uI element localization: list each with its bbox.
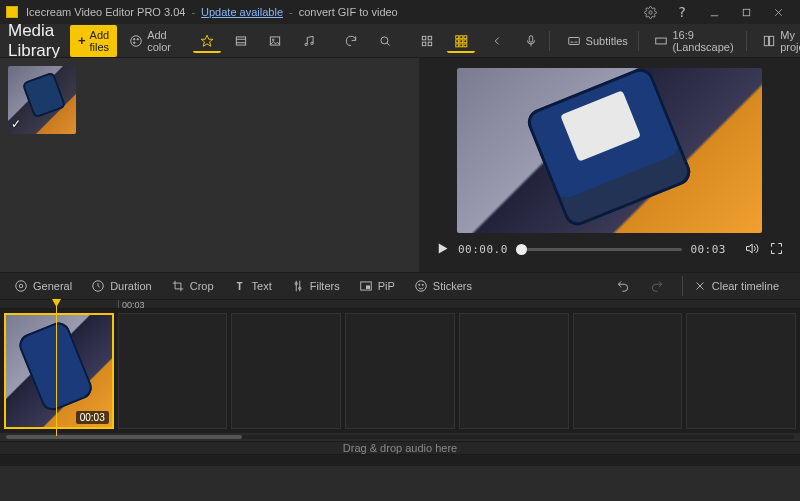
pip-tab[interactable]: PiP [353, 275, 400, 297]
collapse-library-button[interactable] [483, 29, 511, 53]
clear-timeline-button[interactable]: Clear timeline [687, 275, 784, 297]
crop-tab[interactable]: Crop [165, 275, 219, 297]
search-button[interactable] [371, 29, 399, 53]
svg-point-16 [311, 42, 313, 44]
empty-slot[interactable] [686, 313, 796, 429]
grid-small-icon [419, 33, 435, 49]
svg-line-18 [387, 43, 390, 46]
svg-point-42 [19, 284, 23, 288]
image-tab[interactable] [261, 29, 289, 53]
timeline-scrollbar[interactable] [6, 435, 794, 439]
crop-label: Crop [190, 280, 214, 292]
svg-rect-23 [456, 35, 459, 38]
timeline-clip[interactable]: 00:03 [4, 313, 114, 429]
svg-point-5 [131, 35, 142, 46]
add-files-button[interactable]: +Add files [70, 25, 117, 57]
search-icon [377, 33, 393, 49]
svg-rect-27 [460, 39, 463, 42]
filters-icon [290, 278, 306, 294]
preview-panel: 00:00.0 00:03 [419, 58, 800, 272]
duration-tab[interactable]: Duration [85, 275, 157, 297]
svg-rect-38 [765, 36, 769, 45]
subtitles-button[interactable]: Subtitles [560, 29, 634, 53]
voiceover-button[interactable] [517, 29, 545, 53]
svg-point-43 [16, 281, 27, 292]
edit-toolbar: General Duration Crop TText Filters PiP … [0, 272, 800, 300]
audio-hint-label: Drag & drop audio here [343, 442, 457, 454]
preview-video[interactable] [457, 68, 762, 233]
clear-timeline-label: Clear timeline [712, 280, 779, 292]
aspect-label: 16:9 (Landscape) [672, 29, 735, 53]
empty-slot[interactable] [118, 313, 228, 429]
playback-controls: 00:00.0 00:03 [435, 241, 784, 258]
audio-drop-zone[interactable]: Drag & drop audio here [0, 441, 800, 454]
refresh-button[interactable] [337, 29, 365, 53]
pip-label: PiP [378, 280, 395, 292]
maximize-button[interactable] [730, 0, 762, 24]
svg-point-8 [134, 42, 135, 43]
refresh-icon [343, 33, 359, 49]
redo-button[interactable] [644, 275, 670, 297]
svg-point-15 [305, 43, 307, 45]
app-title: Icecream Video Editor PRO 3.04 [26, 6, 185, 18]
total-time: 00:03 [690, 243, 726, 256]
svg-point-50 [418, 284, 419, 285]
add-color-label: Add color [147, 29, 173, 53]
empty-slot[interactable] [573, 313, 683, 429]
text-label: Text [252, 280, 272, 292]
bottom-bar [0, 454, 800, 466]
clock-icon [90, 278, 106, 294]
undo-button[interactable] [610, 275, 636, 297]
text-tab[interactable]: TText [227, 275, 277, 297]
svg-rect-29 [456, 43, 459, 46]
audio-tab[interactable] [295, 29, 323, 53]
settings-button[interactable] [634, 0, 666, 24]
svg-point-51 [422, 284, 423, 285]
update-available-link[interactable]: Update available [201, 6, 283, 18]
svg-rect-20 [428, 36, 432, 40]
svg-rect-21 [422, 42, 426, 46]
volume-button[interactable] [744, 241, 759, 258]
film-icon [233, 33, 249, 49]
media-library-title: Media Library [8, 21, 60, 61]
music-icon [301, 33, 317, 49]
add-files-label: Add files [90, 29, 110, 53]
filters-tab[interactable]: Filters [285, 275, 345, 297]
general-tab[interactable]: General [8, 275, 77, 297]
fullscreen-button[interactable] [769, 241, 784, 258]
svg-rect-25 [464, 35, 467, 38]
minimize-button[interactable] [698, 0, 730, 24]
playhead-marker[interactable] [56, 300, 57, 436]
svg-marker-41 [747, 244, 753, 253]
grid-small-button[interactable] [413, 29, 441, 53]
empty-slot[interactable] [231, 313, 341, 429]
svg-rect-32 [529, 35, 533, 41]
seek-slider[interactable] [516, 248, 683, 251]
svg-rect-34 [568, 37, 579, 44]
minimize-icon [708, 6, 721, 19]
timeline-ruler[interactable]: 00:03 [0, 300, 800, 309]
sticker-icon [413, 278, 429, 294]
favorites-tab[interactable] [193, 29, 221, 53]
empty-slot[interactable] [459, 313, 569, 429]
svg-point-17 [381, 36, 388, 43]
help-button[interactable]: ? [666, 0, 698, 24]
empty-slot[interactable] [345, 313, 455, 429]
clip-duration-badge: 00:03 [76, 411, 109, 424]
close-button[interactable] [762, 0, 794, 24]
media-thumbnail[interactable]: ✓ [8, 66, 76, 134]
video-tab[interactable] [227, 29, 255, 53]
video-track[interactable]: 00:03 [0, 309, 800, 433]
subtitles-label: Subtitles [586, 35, 628, 47]
my-projects-button[interactable]: My projects [756, 25, 800, 57]
add-color-button[interactable]: Add color [123, 25, 179, 57]
aspect-icon [654, 33, 668, 49]
grid-large-button[interactable] [447, 29, 475, 53]
check-icon: ✓ [11, 117, 21, 131]
svg-rect-19 [422, 36, 426, 40]
aspect-ratio-button[interactable]: 16:9 (Landscape) [648, 25, 741, 57]
stickers-tab[interactable]: Stickers [408, 275, 477, 297]
svg-rect-28 [464, 39, 467, 42]
svg-point-0 [648, 10, 651, 13]
play-button[interactable] [435, 241, 450, 258]
